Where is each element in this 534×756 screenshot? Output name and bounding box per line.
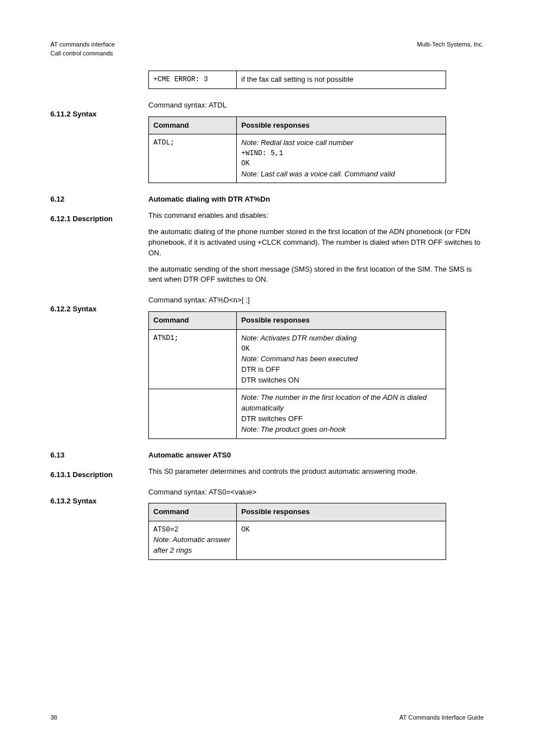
note: Note: Automatic answer after 2 rings — [153, 535, 231, 554]
table-header-row: Command Possible responses — [149, 312, 446, 330]
note: Note: Activates DTR number dialing — [241, 334, 357, 342]
section-6-12: 6.12 6.12.1 Description Automatic dialin… — [50, 190, 484, 285]
th-command: Command — [149, 503, 237, 521]
para: This command enables and disables: — [148, 211, 484, 221]
content-6-12-2: Command syntax: AT%D<n>[ ;] Command Poss… — [148, 295, 484, 439]
table-header-row: Command Possible responses — [149, 116, 446, 134]
syntax-table-6-12: Command Possible responses AT%D1; Note: … — [148, 311, 446, 439]
sidebar-6-13-2: 6.13.2 Syntax — [50, 487, 148, 507]
header-left-line2: Call control commands — [50, 49, 115, 58]
note: Note: The number in the first location o… — [241, 393, 427, 412]
cell-code: ATS0=2 Note: Automatic answer after 2 ri… — [149, 521, 237, 560]
syntax-line: Command syntax: ATDL — [148, 100, 484, 111]
th-responses: Possible responses — [237, 116, 446, 134]
th-responses: Possible responses — [237, 312, 446, 330]
sidebar-heading-syntax: 6.12.2 Syntax — [50, 304, 148, 315]
cell-desc: Note: Activates DTR number dialing OK No… — [237, 329, 446, 389]
footer-page-number: 38 — [50, 713, 57, 722]
note: Note: Command has been executed — [241, 354, 358, 363]
table-row: AT%D1; Note: Activates DTR number dialin… — [149, 329, 446, 389]
resp-line: DTR switches OFF — [241, 414, 441, 424]
page-header: AT commands interface Call control comma… — [50, 40, 484, 58]
para: the automatic sending of the short messa… — [148, 264, 484, 286]
resp-line: OK — [241, 158, 441, 169]
th-command: Command — [149, 116, 237, 134]
content-6-12: Automatic dialing with DTR AT%Dn This co… — [148, 194, 484, 285]
section-title: Automatic answer ATS0 — [148, 450, 484, 461]
syntax-line: Command syntax: AT%D<n>[ ;] — [148, 295, 484, 306]
page: AT commands interface Call control comma… — [0, 0, 534, 756]
sidebar-6-12: 6.12 6.12.1 Description — [50, 194, 148, 225]
note: Note: Last call was a voice call. Comman… — [241, 170, 395, 178]
cmd-line: ATS0=2 — [153, 525, 232, 535]
sidebar-heading-syntax: 6.13.2 Syntax — [50, 496, 148, 507]
table-row: Note: The number in the first location o… — [149, 389, 446, 438]
th-command: Command — [149, 312, 237, 330]
cell-code: +CME ERROR: 3 — [149, 71, 237, 88]
resp-line: OK — [241, 344, 441, 354]
sidebar-6-12-2: 6.12.2 Syntax — [50, 295, 148, 315]
table-row: +CME ERROR: 3 if the fax call setting is… — [149, 71, 446, 88]
resp-line: OK — [241, 525, 441, 535]
header-left: AT commands interface Call control comma… — [50, 40, 115, 58]
section-number: 6.12 — [50, 194, 148, 205]
continuation-block: +CME ERROR: 3 if the fax call setting is… — [50, 66, 484, 89]
page-footer: 38 AT Commands Interface Guide — [50, 713, 484, 722]
syntax-table-6-13: Command Possible responses ATS0=2 Note: … — [148, 503, 446, 560]
content-6-13: Automatic answer ATS0 This S0 parameter … — [148, 450, 484, 477]
header-right: Multi-Tech Systems, Inc. — [417, 40, 484, 49]
cell-code: ATDL; — [149, 134, 237, 183]
section-6-11-2: 6.11.2 Syntax Command syntax: ATDL Comma… — [50, 96, 484, 184]
resp-line: DTR is OFF — [241, 365, 441, 375]
note: Note: Redial last voice call number — [241, 138, 353, 147]
table-row: ATS0=2 Note: Automatic answer after 2 ri… — [149, 521, 446, 560]
th-responses: Possible responses — [237, 503, 446, 521]
table-row: ATDL; Note: Redial last voice call numbe… — [149, 134, 446, 183]
resp-line: DTR switches ON — [241, 375, 441, 386]
cell-desc: Note: Redial last voice call number +WIN… — [237, 134, 446, 183]
continuation-table: +CME ERROR: 3 if the fax call setting is… — [148, 71, 446, 89]
para: the automatic dialing of the phone numbe… — [148, 227, 484, 259]
cell-code — [149, 389, 237, 438]
footer-right: AT Commands Interface Guide — [399, 713, 484, 722]
cell-code: AT%D1; — [149, 329, 237, 389]
cell-desc: Note: The number in the first location o… — [237, 389, 446, 438]
section-title: Automatic dialing with DTR AT%Dn — [148, 194, 484, 205]
sidebar-6-11-2: 6.11.2 Syntax — [50, 100, 148, 120]
section-6-12-2: 6.12.2 Syntax Command syntax: AT%D<n>[ ;… — [50, 291, 484, 439]
cell-desc: if the fax call setting is not possible — [237, 71, 446, 88]
syntax-line: Command syntax: ATS0=<value> — [148, 487, 484, 498]
sidebar-6-13: 6.13 6.13.1 Description — [50, 450, 148, 480]
content-6-13-2: Command syntax: ATS0=<value> Command Pos… — [148, 487, 484, 561]
section-number: 6.13 — [50, 450, 148, 461]
note: Note: The product goes on-hook — [241, 425, 345, 433]
para: This S0 parameter determines and control… — [148, 466, 484, 477]
table-header-row: Command Possible responses — [149, 503, 446, 521]
syntax-table-6-11-2: Command Possible responses ATDL; Note: R… — [148, 116, 446, 184]
cell-desc: OK — [237, 521, 446, 560]
continuation-right: +CME ERROR: 3 if the fax call setting is… — [148, 71, 484, 89]
resp-line: +WIND: 5,1 — [241, 148, 441, 158]
header-left-line1: AT commands interface — [50, 40, 115, 49]
sidebar-heading: 6.11.2 Syntax — [50, 109, 148, 120]
sidebar-heading-desc: 6.12.1 Description — [50, 214, 148, 225]
content-6-11-2: Command syntax: ATDL Command Possible re… — [148, 100, 484, 184]
sidebar-heading-desc: 6.13.1 Description — [50, 470, 148, 480]
section-6-13-2: 6.13.2 Syntax Command syntax: ATS0=<valu… — [50, 483, 484, 561]
section-6-13: 6.13 6.13.1 Description Automatic answer… — [50, 446, 484, 477]
